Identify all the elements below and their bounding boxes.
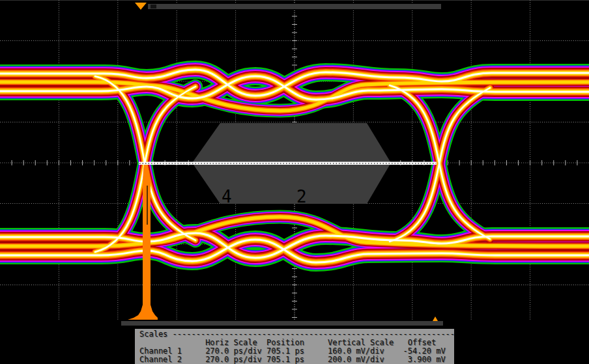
crossing-level-marker bbox=[139, 162, 437, 165]
timebase-bar-notch bbox=[151, 5, 156, 8]
channel-2-row: Channel 2 270.0 ps/div 705.1 ps 200.0 mV… bbox=[135, 356, 454, 364]
scales-panel-title-row: Scales ---------------------------------… bbox=[135, 330, 454, 339]
timebase-position-bar[interactable] bbox=[148, 4, 441, 9]
trigger-marker-icon[interactable] bbox=[135, 3, 147, 10]
bottom-marker-icon[interactable] bbox=[433, 316, 438, 321]
waveform-plot-area: 4 2 bbox=[0, 0, 589, 329]
channel-1-row: Channel 1 270.0 ps/div 705.1 ps 160.0 mV… bbox=[135, 347, 454, 356]
oscilloscope-screen: 4 2 Scales -----------------------------… bbox=[0, 0, 589, 364]
mask-region-label-right: 2 bbox=[296, 187, 307, 206]
mask-region-label-left: 4 bbox=[222, 187, 232, 206]
scales-panel: Scales ---------------------------------… bbox=[135, 329, 454, 364]
bottom-position-bar[interactable] bbox=[121, 321, 443, 326]
scales-panel-header-row: Horiz Scale Position Vertical Scale Offs… bbox=[135, 339, 454, 347]
